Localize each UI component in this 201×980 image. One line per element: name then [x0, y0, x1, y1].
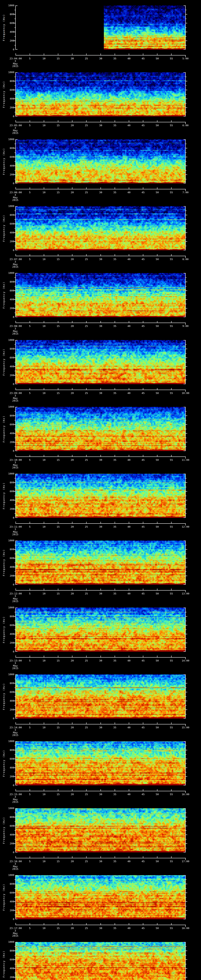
spectrogram-panel: Frequency (Hz) 1000800600400200023:06:00… [0, 134, 201, 202]
time-axis-line [16, 858, 186, 858]
time-tick-label: 50 [156, 726, 159, 729]
freq-axis-right-tick [186, 567, 187, 567]
freq-axis-title: Frequency (Hz) [2, 616, 5, 643]
time-tick-label: 35 [113, 124, 116, 127]
freq-axis-title: Frequency (Hz) [2, 951, 5, 978]
freq-axis-tick [14, 571, 15, 572]
freq-axis-right-tick [186, 621, 187, 621]
time-tick-label: 15 [56, 258, 60, 261]
freq-axis-right-tick [186, 442, 187, 442]
time-axis-tick [100, 388, 101, 390]
time-tick-label: 55 [170, 726, 173, 729]
freq-tick-label: 600 [6, 289, 14, 292]
y-axis-bottom-cap [15, 919, 18, 919]
time-axis-tick [86, 120, 86, 122]
freq-tick-label: 400 [6, 365, 14, 368]
freq-axis-right-tick [186, 415, 187, 416]
time-axis-tick [143, 589, 143, 590]
time-tick-label: 50 [156, 258, 159, 261]
time-axis-tick [171, 54, 172, 55]
time-tick-label: 40 [128, 57, 131, 60]
time-axis-start-tick [16, 589, 16, 590]
time-axis-tick [157, 254, 158, 256]
freq-tick-label: 200 [6, 842, 14, 845]
time-axis-tick [171, 188, 172, 189]
freq-tick-label: 800 [6, 682, 14, 684]
time-axis-tick [86, 254, 86, 256]
panel-end-time-label: 18:00 [182, 927, 189, 929]
panel-end-time-label: 10:00 [182, 392, 189, 395]
freq-axis-right-tick [186, 897, 187, 897]
freq-tick-label: 600 [6, 89, 14, 91]
time-tick-label: 55 [170, 124, 173, 127]
time-axis-tick [58, 589, 58, 590]
time-tick-label: 40 [128, 525, 131, 528]
freq-tick-label: 0 [6, 115, 14, 118]
freq-axis-right-tick [186, 232, 187, 233]
freq-tick-label: 0 [6, 383, 14, 385]
y-axis-line [15, 608, 16, 652]
freq-axis-right-tick [186, 349, 187, 349]
time-tick-label: 30 [99, 325, 102, 327]
freq-axis-right-tick [186, 839, 187, 840]
time-axis-start-tick [16, 120, 16, 122]
time-tick-label: 10 [42, 191, 46, 194]
freq-tick-label: 600 [6, 691, 14, 693]
freq-tick-label: 800 [6, 548, 14, 550]
time-axis-tick [72, 254, 72, 256]
freq-axis-right-tick [186, 968, 187, 969]
freq-axis-right-tick [186, 295, 187, 295]
time-tick-label: 25 [85, 592, 88, 595]
freq-axis-tick [14, 612, 15, 612]
freq-tick-label: 200 [6, 574, 14, 577]
freq-axis-right-tick [186, 27, 187, 28]
time-tick-label: 10 [42, 258, 46, 261]
freq-axis-right-tick [186, 76, 187, 77]
freq-axis-right-tick [186, 754, 187, 755]
time-tick-label: 45 [142, 726, 145, 729]
freq-tick-label: 400 [6, 30, 14, 33]
time-axis-start-tick [16, 388, 16, 390]
freq-axis-right-tick [186, 848, 187, 848]
freq-axis-tick [14, 880, 15, 880]
freq-axis-right-tick [186, 697, 187, 697]
freq-axis-right-tick [186, 892, 187, 893]
time-axis-tick [100, 923, 101, 925]
freq-axis-right-tick [186, 772, 187, 772]
time-axis-tick [100, 254, 101, 256]
panel-end-time-label: 16:00 [182, 793, 189, 795]
freq-tick-label: 1000 [6, 740, 14, 743]
time-axis-line [16, 925, 186, 925]
freq-axis-right-tick [186, 576, 187, 576]
panel-end-time-label: 9:00 [182, 325, 188, 327]
time-axis-line [16, 523, 186, 524]
y-axis-right-top-cap [183, 675, 186, 675]
time-axis-line [16, 390, 186, 390]
time-tick-label: 15 [56, 191, 60, 194]
freq-tick-label: 600 [6, 824, 14, 827]
time-axis-start-tick [16, 254, 16, 256]
time-axis-start-tick [16, 923, 16, 925]
freq-axis-right-tick [186, 366, 187, 367]
freq-axis-right-tick [186, 429, 187, 429]
freq-axis-right-tick [186, 835, 187, 835]
freq-axis-right-tick [186, 955, 187, 956]
freq-tick-label: 1000 [6, 138, 14, 140]
y-axis-right-bottom-cap [183, 250, 186, 250]
freq-axis-tick [14, 220, 15, 220]
freq-tick-label: 400 [6, 834, 14, 836]
freq-axis-tick [14, 295, 15, 295]
time-tick-label: 35 [113, 659, 116, 662]
time-axis-tick [143, 321, 143, 323]
time-axis-tick [30, 388, 30, 390]
panel-end-time-label: 7:00 [182, 191, 188, 194]
freq-tick-label: 200 [6, 641, 14, 644]
time-tick-label: 10 [42, 927, 46, 929]
freq-axis-right-tick [186, 210, 187, 211]
time-tick-label: 5 [29, 258, 30, 261]
freq-tick-label: 800 [6, 950, 14, 952]
time-tick-label: 50 [156, 793, 159, 795]
time-tick-label: 10 [42, 659, 46, 662]
y-axis-line [15, 942, 16, 980]
freq-axis-tick [14, 888, 15, 889]
